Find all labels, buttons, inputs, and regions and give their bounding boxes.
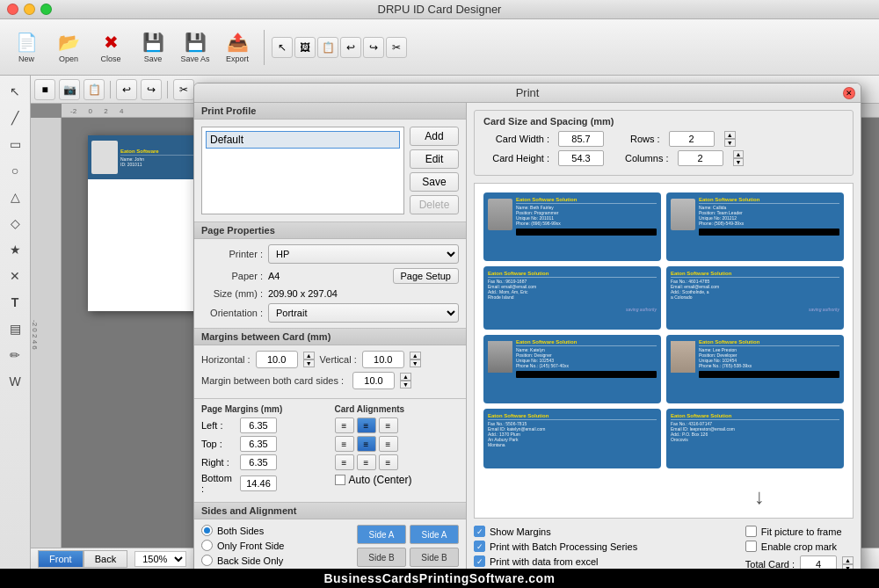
cols-spin-up[interactable]: ▲	[733, 150, 745, 158]
auto-center-label: Auto (Center)	[349, 474, 412, 486]
crop-mark-checkbox[interactable]	[745, 541, 757, 552]
horizontal-input[interactable]: 10.0	[256, 351, 298, 368]
data-excel-label: Print with data from excel	[490, 556, 599, 567]
paper-row: Paper : A4 Page Setup	[201, 268, 459, 284]
front-tab[interactable]: Front	[38, 550, 84, 568]
align-center-bot[interactable]: ≡	[357, 454, 376, 470]
barcode-tool[interactable]: ▤	[3, 316, 27, 341]
star-tool[interactable]: ★	[3, 237, 27, 262]
image-tool[interactable]: 🖼	[294, 37, 316, 58]
cols-spin-down[interactable]: ▼	[733, 158, 745, 166]
close-app-button[interactable]: ✖ Close	[91, 25, 130, 70]
card-height-input[interactable]	[558, 150, 604, 166]
save-button[interactable]: 💾 Save	[134, 25, 172, 70]
canvas-tool-2[interactable]: 📷	[59, 79, 80, 100]
profile-item-default[interactable]: Default	[206, 131, 400, 149]
both-spin-down[interactable]: ▼	[400, 381, 411, 388]
back-tab[interactable]: Back	[84, 550, 127, 568]
auto-center-checkbox[interactable]	[335, 475, 345, 485]
redo-tool[interactable]: ↪	[363, 37, 384, 58]
pencil-tool[interactable]: ✏	[3, 343, 27, 367]
preview-card-6: Eaton Software Solution Name: Lee Presto…	[666, 335, 844, 403]
both-sides-margin-row: Margin between both card sides : 10.0 ▲ …	[201, 372, 459, 389]
canvas-tool-5[interactable]: ↪	[141, 79, 162, 100]
undo-tool[interactable]: ↩	[340, 37, 361, 58]
back-only-option[interactable]: Back Side Only	[201, 555, 283, 566]
both-sides-radio[interactable]	[201, 525, 213, 536]
open-button[interactable]: 📂 Open	[49, 25, 88, 70]
vertical-input[interactable]: 10.0	[362, 351, 404, 368]
ellipse-tool[interactable]: ○	[3, 158, 27, 183]
cross-tool[interactable]: ✕	[3, 264, 27, 288]
bottom-margin-input[interactable]	[240, 475, 277, 491]
align-right-mid[interactable]: ≡	[379, 436, 398, 452]
card-width-input[interactable]	[558, 131, 604, 147]
rect-tool[interactable]: ▭	[3, 132, 27, 156]
batch-processing-checkbox[interactable]: ✓	[474, 541, 485, 552]
dialog-close-button[interactable]: ✕	[843, 87, 855, 99]
front-only-option[interactable]: Only Front Side	[201, 540, 284, 551]
h-spin-down[interactable]: ▼	[303, 359, 315, 367]
cut-tool[interactable]: ✂	[386, 37, 407, 58]
align-left-mid[interactable]: ≡	[335, 436, 354, 452]
orientation-select[interactable]: Portrait Landscape	[268, 303, 459, 323]
canvas-tool-4[interactable]: ↩	[116, 79, 137, 100]
word-tool[interactable]: W	[3, 369, 27, 394]
profile-list[interactable]: Default	[201, 127, 404, 214]
save-profile-button[interactable]: Save	[410, 172, 459, 192]
left-margin-input[interactable]	[240, 417, 277, 433]
export-button[interactable]: 📤 Export	[218, 25, 257, 70]
rows-spin-down[interactable]: ▼	[724, 139, 736, 147]
zoom-select[interactable]: 150% 100% 75%	[134, 551, 186, 567]
new-button[interactable]: 📄 New	[7, 25, 46, 70]
printer-label: Printer :	[201, 249, 263, 259]
maximize-button[interactable]	[40, 4, 52, 15]
right-margin-input[interactable]	[240, 454, 277, 470]
data-excel-checkbox[interactable]: ✓	[474, 555, 485, 567]
save-as-button[interactable]: 💾 Save As	[176, 25, 214, 70]
total-card-input[interactable]	[800, 555, 837, 569]
rows-spin-up[interactable]: ▲	[724, 131, 736, 139]
align-center-top[interactable]: ≡	[357, 417, 376, 433]
right-margin-row: Right :	[201, 454, 326, 470]
canvas-tool-6[interactable]: ✂	[173, 79, 194, 100]
align-left-top[interactable]: ≡	[335, 417, 354, 433]
minimize-button[interactable]	[24, 4, 35, 15]
card-width-col: Card Width : Rows : ▲ ▼	[483, 131, 744, 170]
canvas-tool-3[interactable]: 📋	[84, 79, 105, 100]
close-button[interactable]	[7, 4, 18, 15]
arrow-tool[interactable]: ↖	[3, 79, 27, 104]
select-tool[interactable]: ↖	[272, 37, 293, 58]
align-center-mid[interactable]: ≡	[357, 436, 376, 452]
v-spin-up[interactable]: ▲	[410, 352, 421, 359]
page-setup-button[interactable]: Page Setup	[393, 268, 460, 284]
align-right-top[interactable]: ≡	[379, 417, 398, 433]
back-only-radio[interactable]	[201, 555, 213, 566]
align-right-bot[interactable]: ≡	[379, 454, 398, 470]
v-spin-down[interactable]: ▼	[410, 359, 421, 367]
show-margins-checkbox[interactable]: ✓	[474, 526, 485, 537]
copy-tool[interactable]: 📋	[317, 37, 338, 58]
both-spin-up[interactable]: ▲	[400, 373, 411, 381]
text-tool[interactable]: T	[3, 290, 27, 315]
page-margins-card-align-body: Page Margins (mm) Left : Top :	[194, 399, 466, 502]
both-sides-input[interactable]: 10.0	[352, 372, 395, 389]
diamond-tool[interactable]: ◇	[3, 211, 27, 236]
delete-profile-button[interactable]: Delete	[410, 195, 459, 214]
total-spin-up[interactable]: ▲	[842, 556, 854, 564]
edit-profile-button[interactable]: Edit	[410, 149, 459, 169]
printer-select[interactable]: HP	[268, 244, 459, 264]
h-spin-up[interactable]: ▲	[303, 352, 315, 359]
rows-input[interactable]	[669, 131, 715, 147]
canvas-tool-1[interactable]: ■	[34, 79, 55, 100]
triangle-tool[interactable]: △	[3, 185, 27, 209]
fit-picture-checkbox[interactable]	[745, 526, 757, 537]
columns-input[interactable]	[678, 150, 723, 166]
top-margin-input[interactable]	[240, 436, 277, 452]
align-left-bot[interactable]: ≡	[335, 454, 354, 470]
front-only-radio[interactable]	[201, 540, 213, 551]
line-tool[interactable]: ╱	[3, 105, 27, 130]
both-sides-option[interactable]: Both Sides	[201, 525, 264, 536]
total-spin-down[interactable]: ▼	[842, 564, 854, 569]
add-profile-button[interactable]: Add	[410, 127, 459, 146]
